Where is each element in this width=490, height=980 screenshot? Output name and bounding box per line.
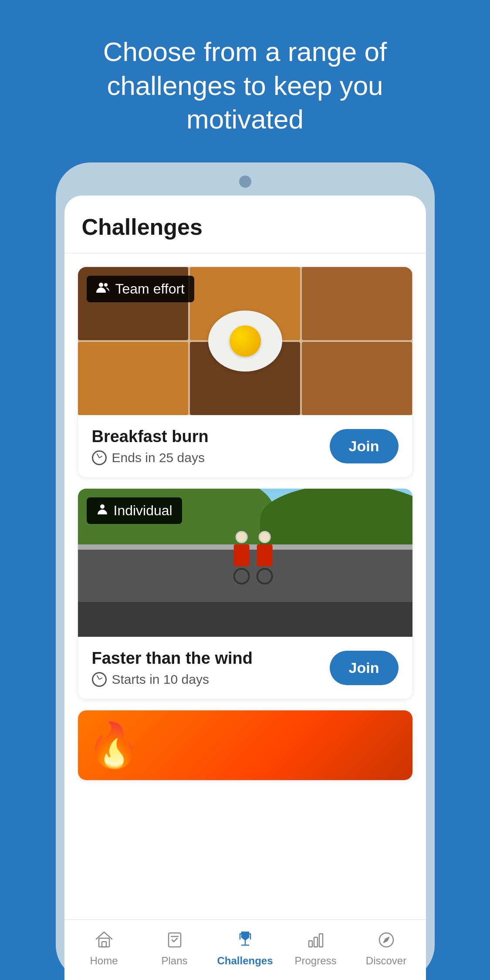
phone-camera (239, 176, 251, 188)
challenge-time-cycling: Starts in 10 days (92, 672, 321, 687)
svg-rect-5 (169, 933, 181, 947)
challenges-list: Team effort Breakfast burn Ends in 25 da… (64, 253, 426, 920)
team-icon (96, 281, 110, 297)
toast-3 (302, 267, 412, 340)
challenge-card-breakfast: Team effort Breakfast burn Ends in 25 da… (78, 267, 413, 478)
header-tagline: Choose from a range of challenges to kee… (49, 0, 441, 162)
svg-point-0 (99, 283, 103, 287)
svg-point-1 (104, 283, 108, 287)
cyclist-wheel-1 (233, 568, 250, 585)
individual-badge: Individual (87, 497, 182, 524)
challenge-info-cycling: Faster than the wind Starts in 10 days J… (78, 637, 412, 699)
nav-label-challenges: Challenges (217, 955, 273, 967)
cyclist-wheel-2 (256, 568, 273, 585)
team-badge-label: Team effort (115, 281, 185, 297)
clock-icon-1 (92, 450, 107, 465)
svg-rect-3 (99, 938, 109, 947)
challenge-time-breakfast: Ends in 25 days (92, 450, 321, 465)
challenge-name-breakfast: Breakfast burn (92, 427, 321, 446)
screen-header: Challenges (64, 196, 426, 253)
nav-label-home: Home (90, 955, 118, 967)
home-icon (93, 929, 115, 951)
join-button-breakfast[interactable]: Join (330, 429, 399, 463)
challenges-icon (234, 929, 257, 951)
challenge-card-cycling: Individual Faster than the wind Starts i… (78, 488, 413, 700)
plans-icon (163, 929, 186, 951)
challenge-image-cycling: Individual (78, 489, 412, 637)
challenge-image-breakfast: Team effort (78, 267, 412, 415)
svg-rect-4 (102, 942, 106, 947)
cyclists (233, 531, 273, 585)
challenge-info-breakfast: Breakfast burn Ends in 25 days Join (78, 415, 412, 477)
cyclist-body-2 (257, 544, 272, 566)
page-title: Challenges (82, 214, 409, 240)
individual-icon (96, 503, 108, 518)
challenge-card-partial: 🔥 (78, 710, 413, 781)
svg-point-2 (100, 504, 105, 509)
cyclist-head-2 (258, 531, 270, 543)
cyclist-head-1 (235, 531, 247, 543)
nav-item-progress[interactable]: Progress (280, 929, 351, 967)
challenge-end-time-breakfast: Ends in 25 days (112, 450, 205, 465)
nav-item-challenges[interactable]: Challenges (210, 929, 280, 967)
bottom-nav: Home Plans (64, 919, 426, 980)
nav-label-discover: Discover (366, 955, 406, 967)
join-button-cycling[interactable]: Join (330, 651, 399, 685)
egg-white (208, 311, 282, 372)
cyclist-1 (233, 531, 250, 585)
team-badge: Team effort (87, 276, 194, 302)
nav-item-discover[interactable]: Discover (351, 929, 422, 967)
cyclist-2 (256, 531, 273, 585)
discover-icon (375, 929, 398, 951)
nav-label-progress: Progress (294, 955, 336, 967)
clock-icon-2 (92, 672, 107, 687)
challenge-image-partial: 🔥 (78, 710, 412, 780)
challenge-details-breakfast: Breakfast burn Ends in 25 days (92, 427, 321, 465)
egg (208, 311, 282, 372)
nav-label-plans: Plans (161, 955, 187, 967)
svg-rect-15 (319, 934, 323, 947)
phone-screen: Challenges (64, 196, 426, 980)
svg-rect-13 (309, 941, 312, 947)
individual-badge-label: Individual (114, 503, 172, 519)
egg-yolk (230, 325, 261, 357)
svg-rect-14 (314, 937, 318, 947)
cyclist-body-1 (233, 544, 249, 566)
nav-item-home[interactable]: Home (69, 929, 139, 967)
challenge-details-cycling: Faster than the wind Starts in 10 days (92, 649, 321, 687)
toast-6 (302, 342, 412, 415)
challenge-start-time-cycling: Starts in 10 days (112, 672, 209, 687)
flame-decoration: 🔥 (87, 720, 141, 771)
nav-item-plans[interactable]: Plans (139, 929, 210, 967)
phone-frame: Challenges (56, 162, 435, 980)
challenge-name-cycling: Faster than the wind (92, 649, 321, 668)
toast-4 (78, 342, 188, 415)
progress-icon (304, 929, 327, 951)
svg-marker-17 (384, 937, 389, 943)
